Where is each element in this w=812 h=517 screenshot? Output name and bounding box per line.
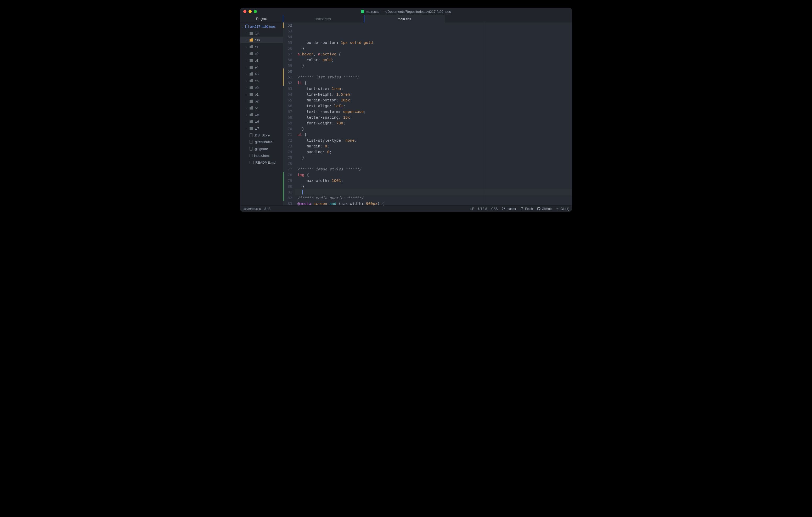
line-number[interactable]: 62 [283,80,292,86]
code-line[interactable]: @media screen and (max-width: 900px) { [297,201,572,206]
code-line[interactable]: ul { [297,132,572,138]
tree-folder[interactable]: ›p2 [240,98,283,104]
code-line[interactable]: margin-bottom: 10px; [297,97,572,103]
editor-tab[interactable]: main.css [364,15,445,23]
tree-file[interactable]: .gitattributes [240,139,283,145]
tree-folder[interactable]: ›w7 [240,125,283,132]
code-line[interactable]: } [297,155,572,160]
line-number[interactable]: 64 [283,91,292,97]
tree-folder[interactable]: ›p1 [240,91,283,98]
code-line[interactable]: list-style-type: none; [297,138,572,143]
line-number[interactable]: 60 [283,68,292,74]
tree-folder[interactable]: ›e2 [240,50,283,57]
line-number[interactable]: 82 [283,195,292,201]
status-fetch[interactable]: Fetch [520,207,533,211]
tree-folder[interactable]: ›e5 [240,70,283,78]
code-line[interactable] [297,68,572,74]
close-window-button[interactable] [243,10,246,13]
code-content[interactable]: border-bottom: 1px solid gold; }a:hover,… [295,23,572,206]
code-line[interactable]: } [297,63,572,68]
status-git[interactable]: Git (1) [556,207,569,211]
code-line[interactable]: li { [297,80,572,86]
line-number[interactable]: 78 [283,172,292,178]
code-line[interactable]: font-size: 1rem; [297,86,572,91]
tree-folder[interactable]: ›e1 [240,43,283,50]
code-line[interactable]: } [297,183,572,189]
status-cursor-pos[interactable]: 81:3 [264,207,270,211]
line-number[interactable]: 59 [283,63,292,68]
code-editor[interactable]: 5253545556575859606162636465666768697071… [283,23,572,206]
line-number[interactable]: 67 [283,109,292,115]
minimize-window-button[interactable] [249,10,252,13]
line-number[interactable]: 54 [283,34,292,40]
tree-file[interactable]: index.html [240,152,283,159]
line-number[interactable]: 57 [283,51,292,57]
code-line[interactable]: padding: 0; [297,149,572,155]
tree-folder[interactable]: ›w5 [240,111,283,118]
line-number[interactable]: 70 [283,126,292,132]
line-number[interactable]: 56 [283,45,292,51]
tree-folder[interactable]: ›w6 [240,118,283,125]
code-line[interactable]: /****** list styles ******/ [297,74,572,80]
tree-file[interactable]: README.md [240,159,283,166]
tree-folder[interactable]: ›css [240,37,283,43]
file-icon [250,140,253,144]
line-number[interactable]: 63 [283,86,292,91]
line-number[interactable]: 79 [283,178,292,183]
line-number[interactable]: 71 [283,132,292,138]
line-number[interactable]: 53 [283,28,292,34]
tree-file[interactable]: .gitignore [240,145,283,152]
code-line[interactable]: /****** image styles ******/ [297,166,572,172]
line-number[interactable]: 76 [283,160,292,166]
tree-root[interactable]: ⌄ avt217-fa20-tues [240,23,283,30]
line-number[interactable]: 81 [283,189,292,195]
code-line[interactable]: /****** media queries ******/ [297,195,572,201]
editor-tab[interactable]: index.html [283,15,364,23]
tree-folder[interactable]: ›e9 [240,84,283,91]
code-line[interactable]: margin: 0; [297,143,572,149]
status-github[interactable]: GitHub [537,207,551,211]
status-grammar[interactable]: CSS [491,207,498,211]
line-number[interactable]: 75 [283,155,292,160]
code-line[interactable]: font-weight: 700; [297,120,572,126]
line-number[interactable]: 72 [283,138,292,143]
line-number[interactable]: 77 [283,166,292,172]
code-line[interactable] [297,160,572,166]
code-line[interactable]: a:hover, a:active { [297,51,572,57]
code-line[interactable]: color: gold; [297,57,572,63]
line-number[interactable]: 55 [283,40,292,45]
tree-file[interactable]: .DS_Store [240,132,283,139]
code-line[interactable]: letter-spacing: 1px; [297,115,572,120]
code-line[interactable]: text-transform: uppercase; [297,109,572,115]
line-number[interactable]: 68 [283,115,292,120]
line-number[interactable]: 65 [283,97,292,103]
tree-item-label: .DS_Store [254,133,270,137]
code-line[interactable]: } [297,126,572,132]
line-number[interactable]: 73 [283,143,292,149]
line-number[interactable]: 80 [283,183,292,189]
line-number[interactable]: 74 [283,149,292,155]
line-number[interactable]: 69 [283,120,292,126]
tree-folder[interactable]: ›e6 [240,78,283,84]
code-line[interactable]: max-width: 100%; [297,178,572,183]
status-branch[interactable]: master [502,207,516,211]
status-line-ending[interactable]: LF [470,207,474,211]
code-line[interactable]: line-height: 1.5rem; [297,91,572,97]
code-line[interactable]: img { [297,172,572,178]
status-encoding[interactable]: UTF-8 [478,207,487,211]
tree-folder[interactable]: ›e3 [240,57,283,64]
tree-folder[interactable]: ›e4 [240,64,283,70]
tree-folder[interactable]: ›.git [240,30,283,37]
status-branch-label: master [507,207,516,211]
line-number[interactable]: 66 [283,103,292,109]
tree-folder[interactable]: ›pt [240,104,283,111]
line-number[interactable]: 83 [283,201,292,206]
line-number[interactable]: 58 [283,57,292,63]
code-line[interactable]: text-align: left; [297,103,572,109]
code-line[interactable]: border-bottom: 1px solid gold; [297,40,572,45]
zoom-window-button[interactable] [254,10,257,13]
code-line[interactable]: } [297,45,572,51]
line-number[interactable]: 52 [283,23,292,28]
line-number[interactable]: 61 [283,74,292,80]
status-file-path[interactable]: css/main.css [243,207,261,211]
